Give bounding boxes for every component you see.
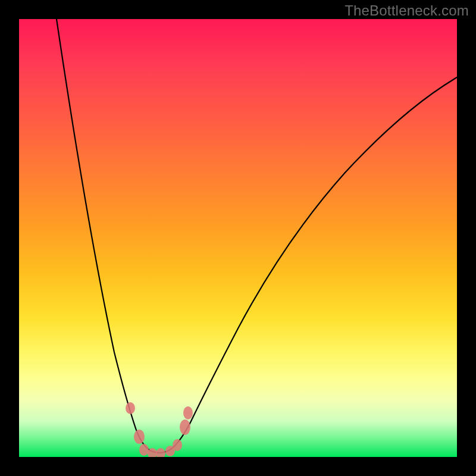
svg-point-6 <box>173 439 182 451</box>
svg-point-2 <box>139 444 149 456</box>
svg-point-8 <box>183 406 193 419</box>
svg-point-4 <box>156 448 165 457</box>
svg-point-1 <box>134 430 145 444</box>
bottleneck-curve-svg <box>19 19 457 457</box>
svg-point-0 <box>126 402 135 414</box>
svg-point-7 <box>180 419 190 435</box>
watermark-text: TheBottleneck.com <box>345 2 469 19</box>
bottleneck-v-curve <box>57 19 457 453</box>
chart-stage: TheBottleneck.com <box>0 0 476 476</box>
plot-area <box>19 19 457 457</box>
